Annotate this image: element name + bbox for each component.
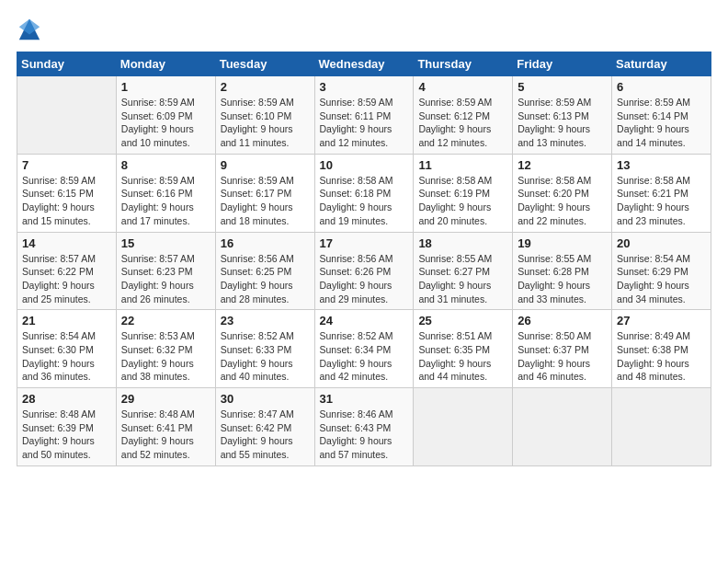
day-number: 6 [617,80,706,94]
day-detail: Sunrise: 8:59 AMSunset: 6:12 PMDaylight:… [418,96,507,150]
day-detail: Sunrise: 8:52 AMSunset: 6:33 PMDaylight:… [221,329,310,384]
day-cell: 26Sunrise: 8:50 AMSunset: 6:37 PMDayligh… [513,310,612,388]
header [17,17,711,42]
day-cell [612,388,711,466]
logo-icon [17,17,42,42]
day-detail: Sunrise: 8:46 AMSunset: 6:43 PMDaylight:… [320,408,409,462]
day-cell: 28Sunrise: 8:48 AMSunset: 6:39 PMDayligh… [17,388,117,466]
day-cell: 15Sunrise: 8:57 AMSunset: 6:23 PMDayligh… [116,232,215,310]
day-cell: 27Sunrise: 8:49 AMSunset: 6:38 PMDayligh… [612,310,711,388]
day-cell: 7Sunrise: 8:59 AMSunset: 6:15 PMDaylight… [17,154,117,232]
day-cell: 21Sunrise: 8:54 AMSunset: 6:30 PMDayligh… [17,310,117,388]
header-friday: Friday [513,52,612,76]
day-number: 19 [518,236,607,250]
week-row-0: 1Sunrise: 8:59 AMSunset: 6:09 PMDaylight… [17,76,711,155]
day-number: 17 [320,236,409,250]
day-cell [513,388,612,466]
week-row-2: 14Sunrise: 8:57 AMSunset: 6:22 PMDayligh… [17,232,711,310]
day-number: 8 [121,158,210,172]
day-detail: Sunrise: 8:47 AMSunset: 6:42 PMDaylight:… [221,408,310,462]
day-detail: Sunrise: 8:55 AMSunset: 6:27 PMDaylight:… [418,252,507,306]
day-cell [17,76,117,155]
day-cell: 11Sunrise: 8:58 AMSunset: 6:19 PMDayligh… [414,154,513,232]
day-cell: 4Sunrise: 8:59 AMSunset: 6:12 PMDaylight… [414,76,513,155]
day-cell: 24Sunrise: 8:52 AMSunset: 6:34 PMDayligh… [314,310,414,388]
day-detail: Sunrise: 8:54 AMSunset: 6:29 PMDaylight:… [617,252,706,306]
day-detail: Sunrise: 8:58 AMSunset: 6:18 PMDaylight:… [320,174,409,228]
calendar-header-row: SundayMondayTuesdayWednesdayThursdayFrid… [17,52,711,76]
day-detail: Sunrise: 8:59 AMSunset: 6:09 PMDaylight:… [121,96,210,150]
day-detail: Sunrise: 8:49 AMSunset: 6:38 PMDaylight:… [617,329,706,384]
day-detail: Sunrise: 8:58 AMSunset: 6:19 PMDaylight:… [418,174,507,228]
day-cell: 23Sunrise: 8:52 AMSunset: 6:33 PMDayligh… [215,310,314,388]
day-cell: 13Sunrise: 8:58 AMSunset: 6:21 PMDayligh… [612,154,711,232]
day-cell: 1Sunrise: 8:59 AMSunset: 6:09 PMDaylight… [116,76,215,155]
day-cell: 8Sunrise: 8:59 AMSunset: 6:16 PMDaylight… [116,154,215,232]
day-detail: Sunrise: 8:48 AMSunset: 6:41 PMDaylight:… [121,408,210,462]
day-number: 23 [221,314,310,327]
day-detail: Sunrise: 8:48 AMSunset: 6:39 PMDaylight:… [22,408,111,462]
day-cell: 18Sunrise: 8:55 AMSunset: 6:27 PMDayligh… [414,232,513,310]
day-detail: Sunrise: 8:55 AMSunset: 6:28 PMDaylight:… [518,252,607,306]
day-detail: Sunrise: 8:59 AMSunset: 6:11 PMDaylight:… [320,96,409,150]
day-cell [414,388,513,466]
header-saturday: Saturday [612,52,711,76]
day-number: 24 [320,314,409,327]
day-number: 26 [518,314,607,327]
day-number: 4 [418,80,507,94]
day-number: 18 [418,236,507,250]
day-number: 15 [121,236,210,250]
day-detail: Sunrise: 8:52 AMSunset: 6:34 PMDaylight:… [320,329,409,384]
day-detail: Sunrise: 8:58 AMSunset: 6:20 PMDaylight:… [518,174,607,228]
day-detail: Sunrise: 8:59 AMSunset: 6:17 PMDaylight:… [221,174,310,228]
day-cell: 31Sunrise: 8:46 AMSunset: 6:43 PMDayligh… [314,388,414,466]
day-number: 13 [617,158,706,172]
day-number: 21 [22,314,111,327]
day-cell: 5Sunrise: 8:59 AMSunset: 6:13 PMDaylight… [513,76,612,155]
day-number: 20 [617,236,706,250]
day-number: 27 [617,314,706,327]
day-detail: Sunrise: 8:58 AMSunset: 6:21 PMDaylight:… [617,174,706,228]
day-cell: 10Sunrise: 8:58 AMSunset: 6:18 PMDayligh… [314,154,414,232]
day-detail: Sunrise: 8:56 AMSunset: 6:26 PMDaylight:… [320,252,409,306]
day-detail: Sunrise: 8:56 AMSunset: 6:25 PMDaylight:… [221,252,310,306]
day-cell: 30Sunrise: 8:47 AMSunset: 6:42 PMDayligh… [215,388,314,466]
day-detail: Sunrise: 8:50 AMSunset: 6:37 PMDaylight:… [518,329,607,384]
calendar-table: SundayMondayTuesdayWednesdayThursdayFrid… [17,52,711,466]
day-cell: 20Sunrise: 8:54 AMSunset: 6:29 PMDayligh… [612,232,711,310]
day-cell: 19Sunrise: 8:55 AMSunset: 6:28 PMDayligh… [513,232,612,310]
day-cell: 3Sunrise: 8:59 AMSunset: 6:11 PMDaylight… [314,76,414,155]
header-monday: Monday [116,52,215,76]
day-cell: 14Sunrise: 8:57 AMSunset: 6:22 PMDayligh… [17,232,117,310]
page: SundayMondayTuesdayWednesdayThursdayFrid… [0,0,728,563]
day-detail: Sunrise: 8:59 AMSunset: 6:16 PMDaylight:… [121,174,210,228]
day-detail: Sunrise: 8:59 AMSunset: 6:14 PMDaylight:… [617,96,706,150]
day-number: 16 [221,236,310,250]
header-tuesday: Tuesday [215,52,314,76]
day-detail: Sunrise: 8:59 AMSunset: 6:13 PMDaylight:… [518,96,607,150]
day-number: 2 [221,80,310,94]
day-detail: Sunrise: 8:57 AMSunset: 6:22 PMDaylight:… [22,252,111,306]
day-number: 5 [518,80,607,94]
day-number: 3 [320,80,409,94]
day-number: 10 [320,158,409,172]
day-cell: 16Sunrise: 8:56 AMSunset: 6:25 PMDayligh… [215,232,314,310]
day-number: 22 [121,314,210,327]
day-cell: 29Sunrise: 8:48 AMSunset: 6:41 PMDayligh… [116,388,215,466]
day-number: 30 [221,392,310,406]
day-number: 14 [22,236,111,250]
day-number: 12 [518,158,607,172]
week-row-4: 28Sunrise: 8:48 AMSunset: 6:39 PMDayligh… [17,388,711,466]
day-detail: Sunrise: 8:59 AMSunset: 6:10 PMDaylight:… [221,96,310,150]
day-number: 7 [22,158,111,172]
header-wednesday: Wednesday [314,52,414,76]
week-row-1: 7Sunrise: 8:59 AMSunset: 6:15 PMDaylight… [17,154,711,232]
day-detail: Sunrise: 8:59 AMSunset: 6:15 PMDaylight:… [22,174,111,228]
logo-area [17,17,46,42]
day-number: 25 [418,314,507,327]
day-number: 1 [121,80,210,94]
day-cell: 17Sunrise: 8:56 AMSunset: 6:26 PMDayligh… [314,232,414,310]
day-number: 28 [22,392,111,406]
day-number: 29 [121,392,210,406]
day-number: 31 [320,392,409,406]
